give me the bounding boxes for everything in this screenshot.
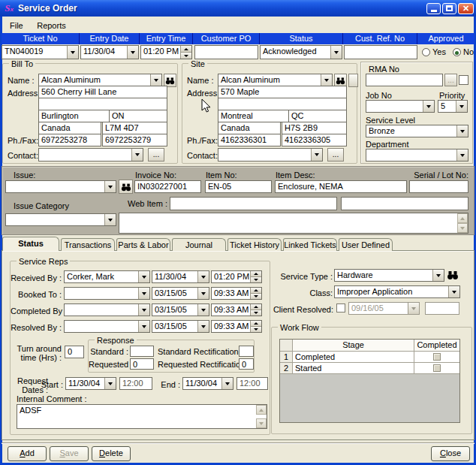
item-desc-input[interactable]: Enclosure, NEMA (275, 180, 407, 193)
bill-to-contact-combo[interactable] (38, 148, 143, 162)
site-province-input[interactable]: QC (288, 110, 347, 122)
service-type-dropdown-icon[interactable] (432, 270, 444, 281)
completed-by-combo[interactable] (64, 303, 150, 316)
received-date-dropdown-icon[interactable] (197, 271, 209, 282)
turnaround-input[interactable]: 0 (65, 346, 84, 358)
service-level-combo[interactable]: Bronze (366, 125, 468, 137)
department-combo[interactable] (366, 149, 468, 162)
approved-no-radio[interactable] (453, 48, 461, 56)
service-level-dropdown-icon[interactable] (456, 125, 468, 137)
issue-desc-scroll-up[interactable] (457, 213, 468, 223)
tab-parts-labor[interactable]: Parts & Labor (116, 238, 170, 251)
end-date-dropdown-icon[interactable] (221, 378, 233, 389)
booked-date-combo[interactable]: 03/15/05 (152, 287, 209, 300)
completed-date-combo[interactable]: 03/15/05 (152, 303, 209, 316)
wf-completed-checkbox[interactable] (433, 353, 441, 361)
status-combo[interactable]: Acknowledged (260, 45, 342, 59)
entry-date-dropdown-icon[interactable] (127, 46, 138, 59)
serial-lot-input[interactable] (409, 180, 468, 193)
received-by-combo[interactable]: Corker, Mark (64, 270, 150, 283)
completed-by-dropdown-icon[interactable] (138, 304, 149, 316)
tab-ticket-history[interactable]: Ticket History (227, 238, 282, 251)
cust-ref-no-input[interactable] (344, 45, 417, 59)
issue-dropdown-icon[interactable] (104, 181, 116, 192)
class-combo[interactable]: Improper Application (334, 285, 460, 298)
response-req-rect-input[interactable]: 0 (239, 358, 254, 370)
site-name-dropdown-icon[interactable] (321, 74, 332, 86)
issue-category-dropdown-icon[interactable] (104, 214, 116, 225)
rma-flag-box[interactable] (459, 75, 468, 85)
site-country-input[interactable]: Canada (218, 122, 281, 134)
resolved-time-spin-buttons[interactable] (250, 321, 261, 332)
entry-time-spinner[interactable]: 01:20 PM (140, 45, 192, 59)
booked-to-dropdown-icon[interactable] (138, 288, 149, 299)
web-item1-input[interactable] (170, 197, 337, 210)
issue-combo[interactable] (5, 180, 116, 193)
completed-date-dropdown-icon[interactable] (197, 304, 209, 316)
bill-to-postal-input[interactable]: L7M 4D7 (102, 122, 167, 134)
delete-button[interactable]: Delete (92, 446, 131, 461)
site-city-input[interactable]: Montreal (218, 110, 289, 122)
site-address1-input[interactable]: 570 Maple (218, 86, 347, 98)
approved-yes-radio[interactable] (422, 48, 430, 56)
menu-file[interactable]: File (5, 19, 29, 32)
site-contact-combo[interactable] (218, 148, 323, 162)
received-time-spinner[interactable]: 01:20 PM (211, 270, 262, 283)
bill-to-address1-input[interactable]: 560 Cherry Hill Lane (38, 86, 167, 98)
tab-transactions[interactable]: Transactions (61, 238, 115, 251)
bill-to-city-input[interactable]: Burlington (38, 110, 110, 122)
site-address2-input[interactable] (218, 98, 347, 110)
booked-to-combo[interactable] (64, 287, 150, 300)
tab-status[interactable]: Status (2, 237, 59, 251)
received-date-combo[interactable]: 11/30/04 (152, 270, 209, 283)
bill-to-country-input[interactable]: Canada (38, 122, 101, 134)
ticket-no-combo[interactable]: TN040019 (2, 45, 79, 59)
add-button[interactable]: Add (8, 446, 47, 461)
status-dropdown-icon[interactable] (330, 46, 342, 59)
response-std-rect-input[interactable] (239, 346, 254, 357)
work-flow-row[interactable]: 2 Started (280, 363, 459, 374)
department-dropdown-icon[interactable] (456, 149, 468, 161)
service-type-combo[interactable]: Hardware (334, 269, 444, 282)
maximize-button[interactable] (442, 3, 456, 14)
tab-journal[interactable]: Journal (172, 238, 226, 251)
start-date-combo[interactable]: 11/30/04 (65, 377, 116, 390)
customer-po-input[interactable] (194, 45, 258, 59)
item-no-input[interactable]: EN-05 (205, 180, 272, 193)
resolved-by-combo[interactable] (64, 320, 150, 333)
bill-to-contact-more-button[interactable]: ... (148, 148, 164, 162)
close-button[interactable]: ✕ (458, 3, 474, 14)
site-fax-input[interactable]: 4162336305 (282, 134, 347, 146)
issue-description-textarea[interactable] (119, 213, 468, 234)
internal-comment-scroll-down[interactable] (256, 418, 267, 428)
resolved-date-combo[interactable]: 03/15/05 (152, 320, 209, 333)
entry-date-combo[interactable]: 11/30/04 (80, 45, 139, 59)
tab-linked-tickets[interactable]: Linked Tickets (283, 238, 337, 251)
site-contact-more-button[interactable]: ... (327, 148, 344, 162)
response-standard-input[interactable] (130, 346, 154, 357)
bill-to-phone-input[interactable]: 6972253278 (38, 134, 101, 146)
entry-time-spin-buttons[interactable] (180, 46, 191, 59)
client-resolved-checkbox[interactable] (336, 303, 345, 313)
booked-date-dropdown-icon[interactable] (197, 288, 209, 299)
web-item2-input[interactable] (341, 197, 468, 210)
rma-no-input[interactable] (366, 74, 443, 86)
resolved-by-dropdown-icon[interactable] (138, 321, 149, 332)
issue-desc-scroll-down[interactable] (457, 223, 468, 233)
job-no-combo[interactable] (366, 100, 435, 113)
service-type-search-button[interactable] (447, 269, 459, 281)
resolved-date-dropdown-icon[interactable] (197, 321, 209, 332)
start-date-dropdown-icon[interactable] (104, 378, 116, 389)
bill-to-address2-input[interactable] (38, 98, 167, 110)
tab-user-defined[interactable]: User Defined (339, 238, 393, 251)
priority-dropdown-icon[interactable] (456, 101, 467, 112)
received-by-dropdown-icon[interactable] (138, 271, 149, 282)
class-dropdown-icon[interactable] (448, 286, 459, 297)
response-requested-input[interactable]: 0 (130, 358, 154, 370)
site-phone-input[interactable]: 4162336301 (218, 134, 281, 146)
internal-comment-scroll-up[interactable] (256, 405, 267, 415)
save-button[interactable]: Save (50, 446, 89, 461)
bill-to-province-input[interactable]: ON (109, 110, 167, 122)
work-flow-row[interactable]: 1 Completed (280, 352, 459, 363)
close-footer-button[interactable]: Close (431, 446, 470, 461)
